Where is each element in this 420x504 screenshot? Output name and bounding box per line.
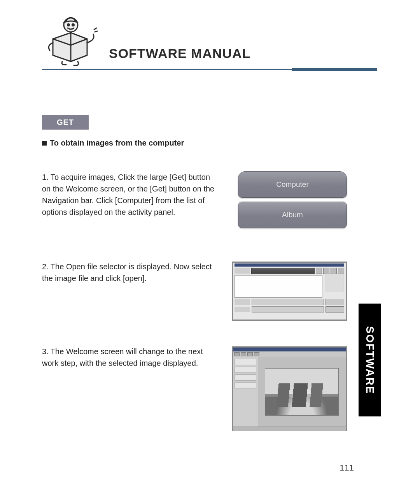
option-button-computer[interactable]: Computer: [238, 171, 347, 198]
thumb-tab-label: SOFTWARE: [364, 326, 376, 394]
file-list[interactable]: [234, 275, 322, 298]
figure-get-options: Computer Album: [238, 171, 347, 232]
dialog-titlebar: [234, 263, 344, 267]
mascot-illustration: [44, 12, 98, 66]
toolbar-button[interactable]: [247, 352, 253, 356]
folder-combo[interactable]: [251, 268, 315, 274]
status-bar: [233, 427, 346, 431]
filename-label: [234, 299, 250, 305]
svg-point-2: [72, 24, 74, 26]
panel-item[interactable]: [234, 359, 256, 365]
panel-item[interactable]: [234, 382, 256, 388]
step-2-text: 2. The Open file selector is displayed. …: [42, 261, 215, 284]
page-number: 111: [340, 463, 354, 473]
header-divider: [42, 69, 377, 72]
filetype-label: [234, 307, 250, 312]
svg-point-1: [68, 24, 70, 26]
detail-view-icon[interactable]: [338, 268, 344, 274]
lookin-label: [234, 268, 250, 274]
figure-open-file-selector: [232, 262, 347, 321]
section-subheading: To obtain images from the computer: [42, 139, 184, 148]
subheading-text: To obtain images from the computer: [50, 139, 184, 148]
preview-pane: [325, 274, 343, 292]
filetype-combo[interactable]: [252, 306, 324, 313]
app-toolbar: [233, 351, 346, 357]
figure-welcome-screen: [232, 346, 347, 431]
thumb-tab-software: SOFTWARE: [359, 304, 381, 416]
activity-panel: [233, 357, 258, 427]
selected-image: [265, 368, 339, 416]
step-1-text: 1. To acquire images, Click the large [G…: [42, 171, 215, 218]
manual-page: SOFTWARE MANUAL GET To obtain images fro…: [0, 0, 420, 504]
page-title: SOFTWARE MANUAL: [109, 46, 250, 61]
image-canvas: [258, 357, 346, 427]
filename-field[interactable]: [252, 299, 324, 305]
step-3-text: 3. The Welcome screen will change to the…: [42, 346, 215, 369]
app-titlebar: [233, 348, 346, 351]
panel-item[interactable]: [234, 367, 256, 373]
svg-point-0: [64, 18, 78, 32]
option-button-album[interactable]: Album: [238, 202, 347, 228]
dialog-toolbar: [234, 268, 344, 274]
toolbar-button[interactable]: [241, 352, 246, 356]
toolbar-button[interactable]: [234, 352, 240, 356]
new-folder-icon[interactable]: [323, 268, 329, 274]
toolbar-button[interactable]: [254, 352, 259, 356]
list-view-icon[interactable]: [331, 268, 337, 274]
up-folder-icon[interactable]: [316, 268, 322, 274]
square-bullet-icon: [42, 141, 47, 146]
section-label-get: GET: [42, 115, 89, 130]
open-button[interactable]: [326, 299, 344, 305]
panel-item[interactable]: [234, 374, 256, 381]
cancel-button[interactable]: [326, 306, 344, 313]
